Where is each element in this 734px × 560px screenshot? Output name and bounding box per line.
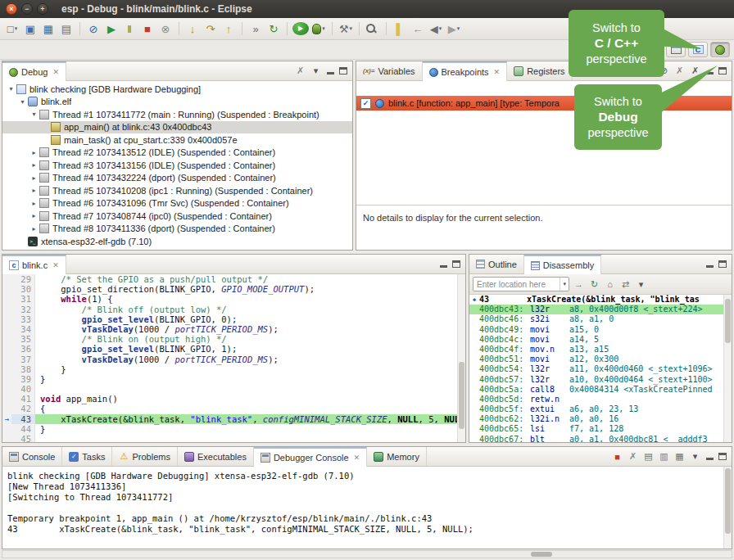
mark-occurrences-button[interactable]: ▌ [392,20,408,37]
view-menu-button[interactable]: ▾ [634,278,648,291]
editor-line[interactable]: 42{ [2,404,465,413]
editor-scrollbar[interactable] [457,274,465,442]
editor-line[interactable]: 34 vTaskDelay(1000 / portTICK_PERIOD_MS)… [2,324,465,334]
remove-all-terminated-button[interactable]: ✗ [293,64,307,78]
disasm-row[interactable]: 400dbc43:l32ra8, 0x400d00f8 <_stext+224> [469,305,732,314]
close-icon[interactable]: ✕ [52,68,59,76]
tab-debug[interactable]: Debug ✕ [2,61,66,81]
minimize-icon[interactable] [326,67,335,75]
code-editor[interactable]: 29 /* Set the GPIO as a push/pull output… [2,274,465,442]
disasm-row[interactable]: 400dbc5a:call80x40084314 <xTaskCreatePin… [469,385,732,395]
debug-tree-row[interactable]: ▸Thread #2 1073413512 (IDLE) (Suspended … [2,147,352,160]
debug-tree-row[interactable]: main_task() at cpu_start.c:339 0x400d057… [2,133,352,147]
run-button[interactable]: ▶ [292,22,309,35]
disasm-row[interactable]: 400dbc49:movia15, 0 [469,325,732,335]
new-wizard-button[interactable]: □▾ [4,20,20,37]
debug-tree-row[interactable]: ▾blink.elf [2,96,352,109]
expand-icon[interactable]: ▸ [29,200,39,207]
maximize-icon[interactable] [718,453,727,460]
editor-line[interactable]: 30 gpio_set_direction(BLINK_GPIO, GPIO_M… [2,284,465,294]
maximize-icon[interactable] [718,67,727,75]
refresh-button[interactable]: ↻ [587,278,601,291]
save-all-button[interactable]: ▦ [40,20,57,37]
tab-problems[interactable]: Problems [112,447,177,466]
save-button[interactable]: ▣ [22,20,39,37]
maximize-icon[interactable] [718,260,727,268]
c-cpp-perspective-button[interactable] [688,42,708,57]
collapse-icon[interactable]: ▾ [6,85,16,93]
terminate-button[interactable]: ■ [610,449,624,463]
disconnect-button[interactable]: ⊗ [157,20,174,37]
terminate-button[interactable]: ■ [139,20,156,37]
step-into-button[interactable]: ↓ [184,20,201,37]
tab-executables[interactable]: Executables [178,447,254,466]
remove-all-breakp oints-button[interactable]: ✗ [688,64,702,78]
disasm-row[interactable]: 400dbc62:l32i.na0, a0, 16 [469,414,732,424]
sync-button[interactable]: ⇄ [618,278,632,291]
instruction-stepping-button[interactable]: » [247,20,264,37]
close-icon[interactable]: ✕ [354,454,360,462]
collapse-icon[interactable]: ▾ [29,111,39,118]
console-hscrollbar[interactable] [2,550,732,558]
disasm-row[interactable]: 400dbc57:l32ra10, 0x400d0464 <_stext+110… [469,375,732,385]
pin-console-button[interactable]: ▦ [673,449,686,463]
expand-icon[interactable]: ▸ [29,212,39,219]
maximize-icon[interactable] [452,260,460,268]
open-perspective-button[interactable] [666,42,686,57]
debug-tree-row[interactable]: ▸Thread #5 1073410208 (ipc1 : Running) (… [2,184,352,197]
editor-line[interactable]: 38 } [2,364,465,374]
editor-line[interactable]: →43 xTaskCreate(&blink_task, "blink_task… [2,414,465,424]
disassembly-listing[interactable]: ◆43xTaskCreate(&blink_task, "blink_tas40… [469,295,732,442]
editor-line[interactable]: 35 /* Blink on (output high) */ [2,334,465,344]
debug-tree-row[interactable]: ▸Thread #4 1073432224 (dport) (Suspended… [2,172,352,185]
scroll-lock-button[interactable]: ▥ [657,449,671,463]
debug-tree-row[interactable]: app_main() at blink.c:43 0x400dbc43 [2,121,352,134]
debug-tree-row[interactable]: ▸Thread #3 1073413156 (IDLE) (Suspended … [2,159,352,172]
editor-line[interactable]: 33 gpio_set_level(BLINK_GPIO, 0); [2,314,465,324]
expand-icon[interactable]: ▸ [29,225,39,233]
minimize-icon[interactable] [705,453,714,461]
scrollbar-thumb[interactable] [725,468,731,534]
debug-tree-row[interactable]: xtensa-esp32-elf-gdb (7.10) [2,235,352,248]
disasm-row[interactable]: 400dbc4f:mov.na13, a15 [469,345,732,355]
external-tools-button[interactable]: ⚒▾ [338,20,354,37]
home-button[interactable]: ⌂ [603,278,617,291]
step-over-button[interactable]: ↷ [202,20,219,37]
scrollbar-thumb[interactable] [725,299,731,343]
view-menu-button[interactable]: ▾ [688,449,702,463]
tab-debugger-console[interactable]: Debugger Console✕ [254,447,367,467]
minimize-icon[interactable] [705,260,714,269]
scrollbar-thumb[interactable] [459,362,464,429]
disasm-row[interactable]: 400dbc4c:movia14, 5 [469,335,732,345]
window-close-button[interactable]: × [6,3,17,15]
disasm-row[interactable]: 400dbc5d:retw.n [469,395,732,404]
tab-outline[interactable]: Outline [469,255,524,273]
skip-all-breakpoints-button[interactable]: ⊘ [85,20,102,37]
remove-breakpoint-button[interactable]: ✗ [673,64,686,78]
editor-line[interactable]: 44} [2,424,465,434]
restart-button[interactable]: ↻ [265,20,282,37]
editor-line[interactable]: 41void app_main() [2,394,465,404]
scrollbar-thumb[interactable] [531,552,552,557]
back-button[interactable]: ◀▾ [428,20,444,37]
search-button[interactable] [365,22,381,35]
debug-perspective-button[interactable] [710,42,730,57]
disasm-row[interactable]: 400dbc51:movia12, 0x300 [469,355,732,364]
console-scrollbar[interactable] [723,467,732,549]
minimize-icon[interactable] [439,260,448,269]
tab-registers[interactable]: Registers [507,61,572,80]
step-return-button[interactable]: ↑ [220,20,237,37]
window-minimize-button[interactable]: − [21,3,33,15]
breakpoint-row[interactable]: blink.c [function: app_main] [type: Temp… [356,96,732,111]
chevron-down-icon[interactable]: ▾ [560,278,569,291]
expand-icon[interactable]: ▸ [29,187,39,194]
editor-line[interactable]: 31 while(1) { [2,294,465,304]
tab-disassembly[interactable]: Disassembly [524,255,601,274]
location-combo[interactable]: Enter location here ▾ [473,277,569,291]
disasm-row[interactable]: 400dbc5f:extuia6, a0, 23, 13 [469,404,732,414]
last-edit-location-button[interactable]: ← [410,20,426,37]
tab-breakpoints[interactable]: Breakpoints✕ [423,61,508,81]
tab-blink-c[interactable]: blink.c ✕ [2,255,66,274]
navigate-button[interactable]: → [572,278,586,291]
tab-variables[interactable]: Variables [356,61,423,80]
